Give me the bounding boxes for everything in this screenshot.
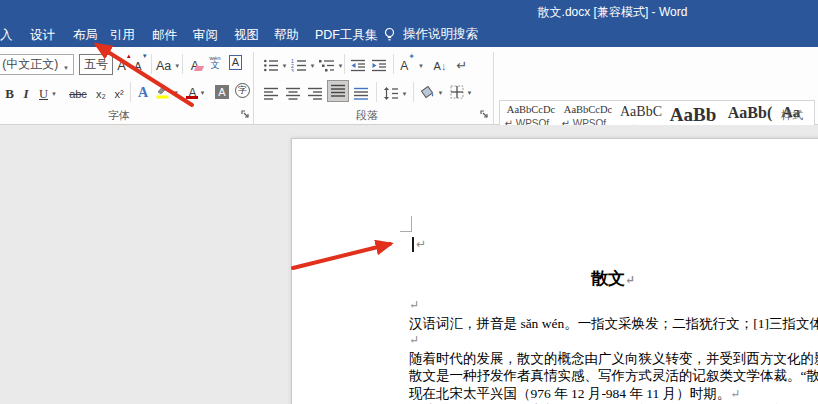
align-right-button[interactable]	[305, 81, 325, 102]
word-window: 散文.docx [兼容模式] - Word 入 设计 布局 引用 邮件 审阅 视…	[0, 0, 818, 404]
phonetic-icon: wén 文	[209, 55, 220, 70]
align-left-icon	[263, 87, 279, 100]
doc-line: 散文是一种抒发作者真情实感、写作方式灵活的记叙类文学体裁。“散文”一词大约	[409, 367, 818, 385]
decrease-indent-button[interactable]	[348, 53, 368, 74]
bold-button[interactable]: B	[2, 81, 17, 102]
shading-button[interactable]: ▼	[417, 80, 445, 101]
chevron-down-icon: ▼	[174, 63, 180, 69]
paragraph-mark: ↵	[409, 298, 419, 312]
paragraph-group-label: 段落	[356, 108, 378, 123]
chevron-down-icon: ▼	[200, 90, 206, 96]
doc-line: ↵	[409, 297, 818, 315]
outdent-icon	[350, 59, 366, 72]
show-hide-marks-button[interactable]: ↵	[453, 53, 471, 74]
divider	[182, 54, 183, 74]
multilevel-list-button[interactable]: ▼	[317, 53, 345, 74]
distribute-button[interactable]	[351, 81, 371, 102]
change-case-button[interactable]: Aa▼	[155, 53, 181, 74]
sparkle-icon: ✦	[408, 53, 415, 61]
chevron-down-icon: ▼	[402, 91, 408, 97]
align-center-button[interactable]	[283, 81, 303, 102]
tab-mailings[interactable]: 邮件	[152, 27, 177, 44]
italic-button[interactable]: I	[20, 81, 32, 102]
superscript-button[interactable]: x²	[111, 81, 127, 102]
shrink-font-button[interactable]: A▼	[134, 53, 148, 74]
character-shading-button[interactable]: A	[212, 80, 232, 101]
borders-button[interactable]: ▼	[447, 80, 475, 101]
character-border-button[interactable]: A	[226, 52, 245, 73]
font-color-bar	[186, 96, 198, 99]
styles-group-label: 样式	[781, 108, 803, 123]
document-page[interactable]: ↵ 散文↵ ↵ 汉语词汇，拼音是 sǎn wén。一指文采焕发；二指犹行文；[1…	[291, 138, 818, 404]
font-size-combo[interactable]: 五号▼	[79, 54, 113, 75]
grow-font-button[interactable]: A▲	[117, 53, 132, 74]
divider	[413, 82, 414, 102]
tab-design[interactable]: 设计	[30, 27, 55, 44]
multilevel-list-icon	[319, 59, 335, 72]
highlight-color-button[interactable]: ▼	[153, 80, 181, 101]
doc-body: ↵ 汉语词汇，拼音是 sǎn wén。一指文采焕发；二指犹行文；[1]三指文体名…	[409, 297, 818, 404]
font-dialog-launcher-icon[interactable]	[240, 109, 251, 120]
text-effects-button[interactable]: A	[134, 81, 152, 102]
asian-layout-button[interactable]: A ✦ ▼	[397, 53, 427, 74]
strikethrough-button[interactable]: abc	[66, 81, 90, 102]
bullet-list-icon	[263, 59, 279, 72]
borders-grid-icon	[450, 85, 464, 99]
font-name-combo[interactable]: 宋体 (中文正文)▼	[0, 54, 74, 75]
tab-view[interactable]: 视图	[234, 27, 259, 44]
divider	[130, 82, 131, 102]
sort-button[interactable]: A ↓	[429, 53, 451, 74]
highlighter-icon	[155, 82, 170, 99]
numbering-button[interactable]: 123 ▼	[289, 53, 317, 74]
phonetic-guide-button[interactable]: wén 文	[206, 51, 224, 72]
chevron-down-icon: ▼	[438, 90, 444, 96]
justify-button[interactable]	[327, 80, 349, 102]
doc-line: 现在北宋太平兴国（976 年 12 月-984 年 11 月）时期。↵	[409, 385, 818, 403]
chevron-down-icon: ▼	[418, 63, 424, 69]
paint-bucket-icon	[419, 84, 435, 99]
paragraph-dialog-launcher-icon[interactable]	[479, 109, 490, 120]
chevron-down-icon: ▼	[51, 91, 57, 97]
sort-arrow-icon: ↓	[441, 61, 447, 72]
tab-references[interactable]: 引用	[110, 27, 135, 44]
chevron-down-icon: ▼	[173, 90, 179, 96]
font-group-label: 字体	[108, 108, 130, 123]
bullets-button[interactable]: ▼	[261, 53, 289, 74]
tab-insert-partial[interactable]: 入	[0, 27, 13, 44]
paragraph-mark: ↵	[409, 333, 419, 347]
justify-icon	[330, 84, 346, 97]
divider	[344, 54, 345, 74]
document-title: 散文.docx [兼容模式] - Word	[455, 4, 770, 21]
tell-me-search[interactable]: 操作说明搜索	[383, 26, 478, 43]
increase-indent-button[interactable]	[369, 53, 389, 74]
paragraph-mark: ↵	[625, 273, 635, 287]
divider	[151, 54, 152, 74]
tab-help[interactable]: 帮助	[274, 27, 299, 44]
chevron-down-icon: ▼	[467, 90, 473, 96]
chevron-down-icon: ▼	[282, 63, 288, 69]
numbered-list-icon: 123	[291, 59, 307, 72]
tab-pdf-tools[interactable]: PDF工具集	[315, 27, 378, 44]
document-canvas: ↵ 散文↵ ↵ 汉语词汇，拼音是 sǎn wén。一指文采焕发；二指犹行文；[1…	[0, 125, 818, 404]
clear-formatting-button[interactable]: A	[186, 53, 204, 74]
doc-heading: 散文↵	[409, 267, 817, 290]
subscript-button[interactable]: x₂	[93, 81, 109, 102]
svg-text:3: 3	[291, 68, 294, 73]
font-color-button[interactable]: A ▼	[183, 80, 211, 101]
line-spacing-button[interactable]: ▼	[380, 81, 410, 102]
underline-button[interactable]: U▼	[35, 81, 61, 102]
title-bar: 散文.docx [兼容模式] - Word	[0, 0, 818, 22]
line-spacing-icon	[383, 87, 399, 100]
chevron-down-icon: ▼	[108, 65, 113, 71]
doc-line: ↵	[409, 332, 818, 350]
doc-line: 随着时代的发展，散文的概念由广义向狭义转变，并受到西方文化的影响。↵	[409, 350, 818, 368]
align-center-icon	[285, 87, 301, 100]
lightbulb-icon	[383, 27, 396, 42]
align-left-button[interactable]	[261, 81, 281, 102]
tab-review[interactable]: 审阅	[193, 27, 218, 44]
enclose-characters-button[interactable]: 字	[233, 79, 252, 100]
chevron-down-icon: ▼	[59, 65, 69, 71]
tab-layout[interactable]: 布局	[73, 27, 98, 44]
chevron-down-icon: ▼	[338, 63, 344, 69]
distribute-icon	[353, 87, 369, 100]
